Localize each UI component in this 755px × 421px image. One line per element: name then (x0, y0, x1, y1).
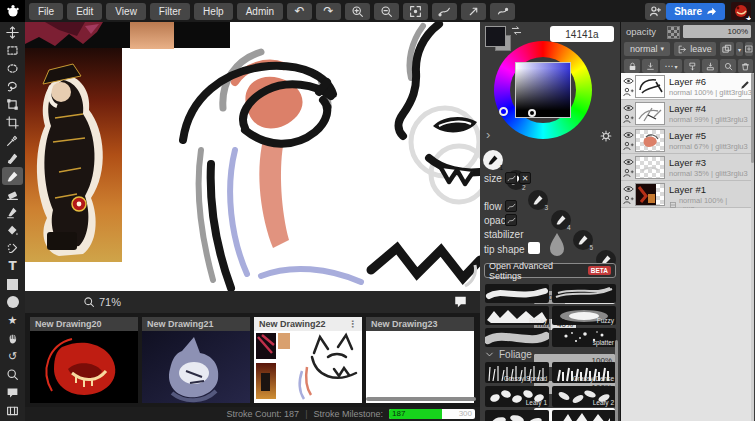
layer-row-1[interactable]: Layer #1 normal 100% | glitt3r… (621, 181, 754, 208)
pan-tool[interactable] (2, 329, 23, 347)
tab-new-drawing20[interactable]: New Drawing20 (30, 317, 138, 403)
timeline-tool[interactable] (2, 401, 23, 419)
text-tool[interactable]: T (2, 257, 23, 275)
smudge-tool[interactable] (2, 203, 23, 221)
brush-panel-scrollbar[interactable] (615, 340, 618, 421)
rotate-canvas-tool[interactable]: ↺ (2, 347, 23, 365)
swap-colors-icon[interactable] (511, 25, 522, 36)
fill-tool[interactable] (2, 221, 23, 239)
menu-file[interactable]: File (29, 3, 63, 20)
menu-filter[interactable]: Filter (150, 3, 190, 20)
brush-texture-item[interactable]: splatter (552, 328, 616, 347)
brush-slot-3[interactable]: 3 (528, 190, 548, 210)
move-tool[interactable] (2, 23, 23, 41)
user-avatar[interactable]: ★ (731, 2, 751, 20)
menu-help[interactable]: Help (194, 3, 233, 20)
shape-ellipse-tool[interactable] (2, 293, 23, 311)
hex-color-field[interactable]: 14141a (550, 26, 614, 42)
redo-button[interactable]: ↷ (316, 3, 341, 20)
tab-menu-kebab-icon[interactable]: ⋮ (348, 319, 357, 329)
share-button[interactable]: Share (666, 3, 725, 20)
zoom-in-button[interactable] (345, 3, 370, 20)
tabs-horizontal-scrollbar[interactable] (366, 397, 476, 401)
layer-row-6[interactable]: Layer #6 normal 100% | glitt3rglu3 (621, 73, 754, 100)
visibility-eye-icon[interactable] (623, 158, 634, 166)
menu-edit[interactable]: Edit (67, 3, 102, 20)
brush-slot-1[interactable]: 1 (483, 150, 503, 170)
zoom-out-button[interactable] (374, 3, 399, 20)
size-reset-button[interactable]: ✕ (519, 172, 531, 184)
brush-texture-item[interactable]: Fuzzy (552, 306, 616, 325)
merge-down-button[interactable] (684, 59, 700, 73)
brush-texture-item[interactable]: Leafy 1 (485, 386, 549, 407)
tab-new-drawing22[interactable]: New Drawing22 ⋮ (254, 317, 362, 403)
zoom-fit-button[interactable] (403, 3, 428, 20)
layers-scrollbar[interactable] (751, 73, 754, 421)
blend-mode-dropdown[interactable]: normal ▾ (624, 42, 670, 56)
visibility-eye-icon[interactable] (623, 185, 634, 193)
brush-texture-item[interactable] (552, 410, 616, 421)
pen-pressure-button[interactable] (432, 3, 457, 20)
tip-shape-checkbox[interactable] (528, 242, 540, 254)
brush-texture-item[interactable] (485, 328, 549, 347)
app-logo[interactable] (0, 0, 25, 22)
add-layer-button[interactable] (745, 42, 753, 56)
edit-pencil-icon[interactable] (739, 79, 751, 91)
sv-selector[interactable] (528, 109, 536, 117)
flow-pressure-toggle[interactable] (505, 200, 517, 212)
layer-row-3[interactable]: Layer #3 normal 35% | glitt3rglu3 (621, 154, 754, 181)
brush-slot-5[interactable]: 5 (573, 230, 593, 250)
brush-texture-item[interactable] (552, 284, 616, 303)
brush-texture-item[interactable]: Grassy Spread (485, 362, 549, 383)
ellipse-select-tool[interactable] (2, 59, 23, 77)
transform-tool[interactable] (2, 95, 23, 113)
fullscreen-button[interactable] (461, 3, 486, 20)
brush-texture-item[interactable]: Rocky (485, 306, 549, 325)
tab-new-drawing21[interactable]: New Drawing21 (142, 317, 250, 403)
shape-star-tool[interactable]: ★ (2, 311, 23, 329)
color-settings-gear-icon[interactable] (600, 130, 612, 142)
zoom-tool[interactable] (2, 365, 23, 383)
drawing-canvas[interactable] (25, 22, 480, 291)
zoom-indicator[interactable]: 71% (83, 296, 121, 308)
duplicate-layer-button[interactable] (720, 42, 734, 56)
clipping-mask-button[interactable] (642, 59, 658, 73)
eyedropper-tool[interactable] (2, 131, 23, 149)
brush-texture-item[interactable]: Leafy 3 (485, 410, 549, 421)
foliage-section-header[interactable]: Foliage (485, 349, 532, 360)
expand-picker-chevron[interactable]: › (486, 127, 490, 142)
visibility-eye-icon[interactable] (623, 104, 634, 112)
brush-texture-item[interactable] (485, 284, 549, 303)
comment-tool[interactable] (2, 383, 23, 401)
smoothing-button[interactable] (490, 3, 515, 20)
search-layers-button[interactable] (720, 59, 736, 73)
size-pressure-toggle[interactable] (505, 172, 517, 184)
decor-spray-tool[interactable] (2, 239, 23, 257)
tip-shape-preview[interactable] (546, 231, 568, 259)
pen-tool[interactable] (2, 149, 23, 167)
menu-admin[interactable]: Admin (237, 3, 283, 20)
undo-button[interactable]: ↶ (287, 3, 312, 20)
menu-view[interactable]: View (106, 3, 146, 20)
brush-texture-item[interactable]: Leafy 2 (552, 386, 616, 407)
lock-layer-button[interactable] (624, 59, 640, 73)
tab-new-drawing23[interactable]: New Drawing23 (366, 317, 474, 403)
layer-opacity-slider[interactable]: 100% (683, 25, 751, 38)
saturation-value-square[interactable] (515, 62, 571, 118)
layer-row-4[interactable]: Layer #4 normal 99% | glitt3rglu3 (621, 100, 754, 127)
brush-slot-4[interactable]: 4 (551, 210, 571, 230)
brush-tool[interactable] (2, 167, 23, 185)
hue-selector[interactable] (499, 107, 508, 116)
chat-button[interactable] (453, 295, 468, 309)
layer-options-caret[interactable]: ▾ (736, 42, 743, 56)
layer-row-5[interactable]: Layer #5 normal 67% | glitt3rglu3 (621, 127, 754, 154)
alpha-checker-icon[interactable] (667, 26, 680, 39)
rect-select-tool[interactable] (2, 41, 23, 59)
lasso-select-tool[interactable] (2, 77, 23, 95)
shape-rect-tool[interactable] (2, 275, 23, 293)
crop-tool[interactable] (2, 113, 23, 131)
leave-layer-button[interactable]: leave (674, 42, 716, 56)
visibility-eye-icon[interactable] (623, 131, 634, 139)
layer-more-options-button[interactable]: ⋯▾ (660, 59, 682, 73)
eraser-tool[interactable] (2, 185, 23, 203)
